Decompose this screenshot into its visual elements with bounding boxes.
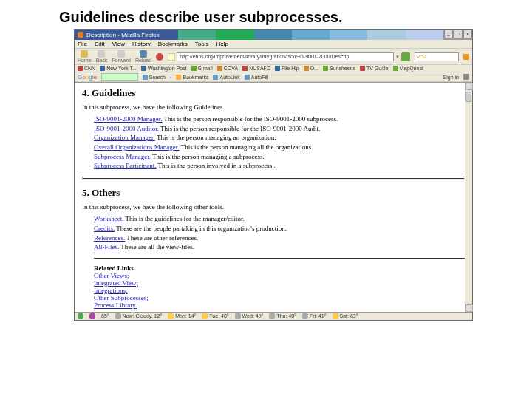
- link-integrations[interactable]: Integrations;: [94, 287, 128, 294]
- desc-iso-manager: This is the person responsible for the I…: [162, 115, 338, 123]
- bookmark-sunsheens[interactable]: Sunsheens: [323, 66, 355, 71]
- scroll-down-icon[interactable]: [466, 304, 473, 312]
- link-worksheet[interactable]: Worksheet.: [94, 215, 124, 222]
- titlebar-decor: [178, 30, 443, 40]
- home-button[interactable]: Home: [78, 50, 92, 63]
- menu-edit[interactable]: Edit: [95, 41, 105, 47]
- link-iso-auditor[interactable]: ISO-9001-2000 Auditor.: [94, 125, 159, 132]
- link-org-manager[interactable]: Organization Manager.: [94, 134, 155, 141]
- status-temp: 65°: [101, 313, 109, 318]
- bookmark-nyt[interactable]: New York T...: [100, 66, 137, 71]
- bookmark-mapquest[interactable]: MapQuest: [393, 66, 423, 71]
- reload-button[interactable]: Reload: [135, 50, 151, 63]
- g-sep: •: [170, 75, 171, 80]
- google-autolink[interactable]: AutoLink: [213, 75, 239, 80]
- section-4-intro: In this subprocess, we have the followin…: [82, 103, 465, 111]
- close-button[interactable]: ×: [463, 30, 472, 38]
- related-links: Related Links. Other Views; Integrated V…: [94, 265, 465, 309]
- menu-tools[interactable]: Tools: [195, 41, 209, 47]
- desc-allfiles: These are all the view-files.: [119, 243, 194, 250]
- google-search-input[interactable]: [101, 73, 138, 81]
- menu-file[interactable]: File: [78, 41, 87, 47]
- section-4-title: 4. Guidelines: [82, 87, 465, 99]
- sun-icon: [202, 313, 208, 319]
- scroll-thumb[interactable]: [466, 92, 471, 102]
- forecast-sat: Sat: 63°: [332, 313, 358, 319]
- page-caption: Guidelines describe user subprocesses.: [0, 0, 532, 29]
- status-done: [78, 313, 83, 319]
- stop-icon[interactable]: [156, 53, 163, 61]
- link-process-library[interactable]: Process Library.: [94, 301, 137, 309]
- desc-iso-auditor: This is the person responsible for the I…: [159, 125, 320, 132]
- back-icon: [98, 50, 105, 58]
- link-integrated-view[interactable]: Integrated View;: [94, 279, 138, 287]
- link-references[interactable]: References.: [94, 234, 125, 242]
- link-credits[interactable]: Credits.: [94, 225, 115, 232]
- link-overall-manager[interactable]: Overall Organizations Manager.: [94, 143, 180, 151]
- scrollbar[interactable]: [465, 83, 472, 312]
- forecast-fri: Fri: 41°: [302, 313, 327, 319]
- section-divider: [82, 177, 465, 180]
- desc-subprocess-manager: This is the person managing a subprocess…: [151, 153, 265, 160]
- link-iso-manager[interactable]: ISO-9001-2000 Manager.: [94, 115, 162, 123]
- ext-icon: [89, 313, 95, 319]
- fill-icon: [245, 75, 250, 80]
- google-logo[interactable]: Google: [78, 74, 97, 81]
- link-icon: [213, 75, 218, 80]
- google-autofill[interactable]: AutoFill: [245, 75, 268, 80]
- link-other-views[interactable]: Other Views;: [94, 272, 129, 279]
- menubar: File Edit View History Bookmarks Tools H…: [75, 40, 472, 49]
- section-5-title: 5. Others: [82, 187, 465, 199]
- guidelines-list: ISO-9001-2000 Manager. This is the perso…: [94, 115, 465, 171]
- menu-bookmarks[interactable]: Bookmarks: [158, 41, 188, 47]
- link-allfiles[interactable]: All-Files.: [94, 243, 119, 250]
- firefox-icon: [78, 32, 83, 38]
- done-icon: [78, 313, 83, 319]
- bookmark-nusafc[interactable]: NUSAFC: [242, 66, 270, 71]
- related-header: Related Links.: [94, 265, 465, 272]
- forecast-mon: Mon: 14°: [168, 313, 196, 319]
- google-signin[interactable]: Sign in: [443, 75, 459, 80]
- bookmark-gmail[interactable]: G mail: [191, 66, 213, 71]
- search-engine-icon[interactable]: [463, 54, 469, 60]
- forward-button[interactable]: Forward: [112, 50, 131, 63]
- link-subprocess-manager[interactable]: Subprocess Manager.: [94, 153, 151, 160]
- reload-icon: [140, 50, 147, 58]
- section-5-intro: In this subprocess, we have the followin…: [82, 203, 465, 211]
- bookmark-cova[interactable]: COVA: [217, 66, 238, 71]
- bookmark-tvguide[interactable]: TV Guide: [360, 66, 389, 71]
- forward-icon: [117, 50, 125, 58]
- site-icon: [168, 53, 175, 61]
- link-subprocess-participant[interactable]: Subprocess Participant.: [94, 162, 157, 169]
- cloud-icon: [269, 313, 275, 319]
- dropdown-icon[interactable]: ▼: [395, 55, 400, 59]
- menu-help[interactable]: Help: [216, 41, 228, 47]
- bookmark-cnn[interactable]: CNN: [78, 66, 95, 71]
- cloud-icon: [115, 313, 121, 319]
- bookmark-o[interactable]: O...: [304, 66, 318, 71]
- desc-references: These are other references.: [125, 234, 198, 242]
- bookmark-wapo[interactable]: Washington Post: [141, 66, 187, 71]
- minimize-button[interactable]: _: [444, 30, 453, 38]
- go-button[interactable]: [401, 52, 410, 61]
- others-list: Worksheet. This is the guidelines for th…: [94, 215, 465, 252]
- bookmark-filehip[interactable]: File Hip: [275, 66, 299, 71]
- google-search-btn[interactable]: Search: [143, 75, 166, 80]
- maximize-button[interactable]: □: [454, 30, 463, 38]
- desc-credits: These are the people partaking in this o…: [115, 225, 287, 232]
- statusbar: 65° Now: Cloudy, 12° Mon: 14° Tue: 40° W…: [75, 312, 472, 320]
- urlbar: http://ehbs.org/improvement/library/inte…: [168, 52, 410, 61]
- desc-subprocess-participant: This is the person involved in a subproc…: [157, 162, 276, 169]
- title-text: Description - Mozilla Firefox: [86, 32, 160, 38]
- sun-icon: [332, 313, 338, 319]
- menu-history[interactable]: History: [132, 41, 151, 47]
- search-input[interactable]: VCU: [415, 52, 459, 61]
- link-other-subprocesses[interactable]: Other Subprocesses;: [94, 294, 149, 301]
- google-bookmarks[interactable]: Bookmarks: [176, 75, 208, 80]
- menu-view[interactable]: View: [112, 41, 125, 47]
- status-ext1[interactable]: [89, 313, 95, 319]
- settings-icon[interactable]: [463, 74, 469, 80]
- back-button[interactable]: Back: [96, 50, 108, 63]
- scroll-up-icon[interactable]: [466, 83, 473, 90]
- url-input[interactable]: http://ehbs.org/improvement/library/inte…: [177, 52, 394, 61]
